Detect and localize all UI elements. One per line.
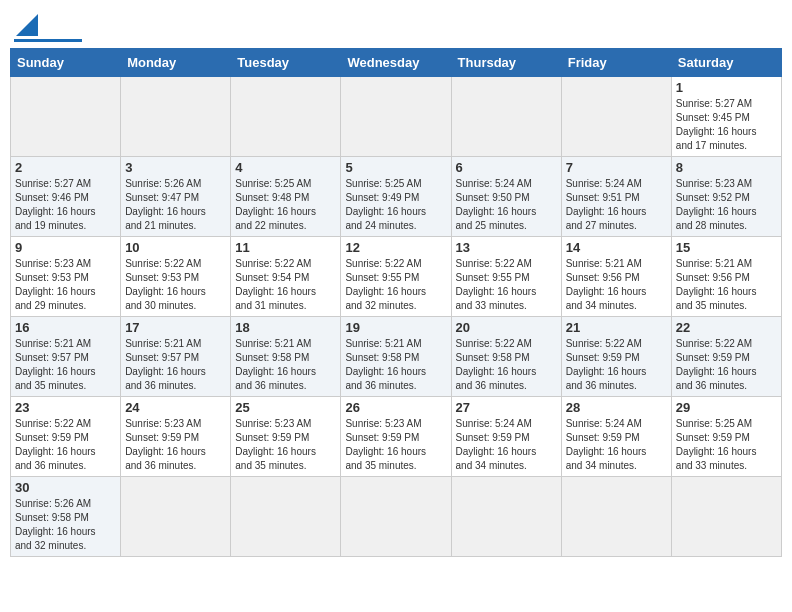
- day-number: 4: [235, 160, 336, 175]
- calendar-cell: [561, 77, 671, 157]
- calendar-cell: 22Sunrise: 5:22 AM Sunset: 9:59 PM Dayli…: [671, 317, 781, 397]
- day-number: 14: [566, 240, 667, 255]
- day-number: 18: [235, 320, 336, 335]
- day-info: Sunrise: 5:23 AM Sunset: 9:59 PM Dayligh…: [235, 417, 336, 473]
- calendar-cell: 23Sunrise: 5:22 AM Sunset: 9:59 PM Dayli…: [11, 397, 121, 477]
- calendar-cell: [341, 77, 451, 157]
- day-info: Sunrise: 5:21 AM Sunset: 9:56 PM Dayligh…: [676, 257, 777, 313]
- day-number: 3: [125, 160, 226, 175]
- day-number: 7: [566, 160, 667, 175]
- calendar-cell: 14Sunrise: 5:21 AM Sunset: 9:56 PM Dayli…: [561, 237, 671, 317]
- day-info: Sunrise: 5:24 AM Sunset: 9:51 PM Dayligh…: [566, 177, 667, 233]
- calendar-cell: 20Sunrise: 5:22 AM Sunset: 9:58 PM Dayli…: [451, 317, 561, 397]
- weekday-header-sunday: Sunday: [11, 49, 121, 77]
- day-info: Sunrise: 5:26 AM Sunset: 9:47 PM Dayligh…: [125, 177, 226, 233]
- day-info: Sunrise: 5:25 AM Sunset: 9:49 PM Dayligh…: [345, 177, 446, 233]
- logo: [14, 14, 82, 42]
- day-number: 10: [125, 240, 226, 255]
- day-info: Sunrise: 5:23 AM Sunset: 9:53 PM Dayligh…: [15, 257, 116, 313]
- day-number: 24: [125, 400, 226, 415]
- calendar-cell: 7Sunrise: 5:24 AM Sunset: 9:51 PM Daylig…: [561, 157, 671, 237]
- logo-underline: [14, 39, 82, 42]
- calendar-week-row: 16Sunrise: 5:21 AM Sunset: 9:57 PM Dayli…: [11, 317, 782, 397]
- day-number: 26: [345, 400, 446, 415]
- day-number: 16: [15, 320, 116, 335]
- day-info: Sunrise: 5:27 AM Sunset: 9:46 PM Dayligh…: [15, 177, 116, 233]
- day-info: Sunrise: 5:21 AM Sunset: 9:56 PM Dayligh…: [566, 257, 667, 313]
- day-info: Sunrise: 5:22 AM Sunset: 9:59 PM Dayligh…: [15, 417, 116, 473]
- day-info: Sunrise: 5:21 AM Sunset: 9:58 PM Dayligh…: [345, 337, 446, 393]
- calendar-cell: [231, 77, 341, 157]
- day-info: Sunrise: 5:22 AM Sunset: 9:59 PM Dayligh…: [566, 337, 667, 393]
- calendar-cell: 19Sunrise: 5:21 AM Sunset: 9:58 PM Dayli…: [341, 317, 451, 397]
- day-info: Sunrise: 5:25 AM Sunset: 9:59 PM Dayligh…: [676, 417, 777, 473]
- day-number: 29: [676, 400, 777, 415]
- calendar-cell: 16Sunrise: 5:21 AM Sunset: 9:57 PM Dayli…: [11, 317, 121, 397]
- day-number: 15: [676, 240, 777, 255]
- calendar-cell: [451, 77, 561, 157]
- day-number: 22: [676, 320, 777, 335]
- weekday-header-friday: Friday: [561, 49, 671, 77]
- calendar-cell: 15Sunrise: 5:21 AM Sunset: 9:56 PM Dayli…: [671, 237, 781, 317]
- day-info: Sunrise: 5:21 AM Sunset: 9:57 PM Dayligh…: [125, 337, 226, 393]
- day-number: 2: [15, 160, 116, 175]
- day-info: Sunrise: 5:24 AM Sunset: 9:50 PM Dayligh…: [456, 177, 557, 233]
- day-info: Sunrise: 5:22 AM Sunset: 9:55 PM Dayligh…: [345, 257, 446, 313]
- day-info: Sunrise: 5:22 AM Sunset: 9:54 PM Dayligh…: [235, 257, 336, 313]
- day-number: 25: [235, 400, 336, 415]
- day-number: 21: [566, 320, 667, 335]
- day-number: 19: [345, 320, 446, 335]
- calendar-cell: 17Sunrise: 5:21 AM Sunset: 9:57 PM Dayli…: [121, 317, 231, 397]
- day-number: 1: [676, 80, 777, 95]
- day-number: 11: [235, 240, 336, 255]
- calendar-cell: 25Sunrise: 5:23 AM Sunset: 9:59 PM Dayli…: [231, 397, 341, 477]
- calendar-cell: 12Sunrise: 5:22 AM Sunset: 9:55 PM Dayli…: [341, 237, 451, 317]
- calendar-cell: 30Sunrise: 5:26 AM Sunset: 9:58 PM Dayli…: [11, 477, 121, 557]
- calendar-cell: 9Sunrise: 5:23 AM Sunset: 9:53 PM Daylig…: [11, 237, 121, 317]
- calendar-week-row: 30Sunrise: 5:26 AM Sunset: 9:58 PM Dayli…: [11, 477, 782, 557]
- calendar-cell: 29Sunrise: 5:25 AM Sunset: 9:59 PM Dayli…: [671, 397, 781, 477]
- calendar-cell: 13Sunrise: 5:22 AM Sunset: 9:55 PM Dayli…: [451, 237, 561, 317]
- day-info: Sunrise: 5:23 AM Sunset: 9:59 PM Dayligh…: [345, 417, 446, 473]
- calendar-cell: [671, 477, 781, 557]
- calendar-cell: 4Sunrise: 5:25 AM Sunset: 9:48 PM Daylig…: [231, 157, 341, 237]
- weekday-header-row: SundayMondayTuesdayWednesdayThursdayFrid…: [11, 49, 782, 77]
- calendar-week-row: 2Sunrise: 5:27 AM Sunset: 9:46 PM Daylig…: [11, 157, 782, 237]
- weekday-header-saturday: Saturday: [671, 49, 781, 77]
- logo-triangle-icon: [16, 14, 38, 36]
- calendar-week-row: 9Sunrise: 5:23 AM Sunset: 9:53 PM Daylig…: [11, 237, 782, 317]
- weekday-header-wednesday: Wednesday: [341, 49, 451, 77]
- day-number: 23: [15, 400, 116, 415]
- weekday-header-tuesday: Tuesday: [231, 49, 341, 77]
- weekday-header-thursday: Thursday: [451, 49, 561, 77]
- day-info: Sunrise: 5:21 AM Sunset: 9:58 PM Dayligh…: [235, 337, 336, 393]
- calendar-cell: 27Sunrise: 5:24 AM Sunset: 9:59 PM Dayli…: [451, 397, 561, 477]
- calendar-cell: 21Sunrise: 5:22 AM Sunset: 9:59 PM Dayli…: [561, 317, 671, 397]
- calendar-cell: 26Sunrise: 5:23 AM Sunset: 9:59 PM Dayli…: [341, 397, 451, 477]
- day-number: 28: [566, 400, 667, 415]
- day-number: 13: [456, 240, 557, 255]
- day-number: 8: [676, 160, 777, 175]
- calendar-table: SundayMondayTuesdayWednesdayThursdayFrid…: [10, 48, 782, 557]
- day-number: 30: [15, 480, 116, 495]
- calendar-cell: [341, 477, 451, 557]
- calendar-cell: [451, 477, 561, 557]
- day-info: Sunrise: 5:24 AM Sunset: 9:59 PM Dayligh…: [566, 417, 667, 473]
- calendar-cell: 18Sunrise: 5:21 AM Sunset: 9:58 PM Dayli…: [231, 317, 341, 397]
- day-info: Sunrise: 5:22 AM Sunset: 9:53 PM Dayligh…: [125, 257, 226, 313]
- calendar-cell: [11, 77, 121, 157]
- calendar-cell: 5Sunrise: 5:25 AM Sunset: 9:49 PM Daylig…: [341, 157, 451, 237]
- calendar-cell: 2Sunrise: 5:27 AM Sunset: 9:46 PM Daylig…: [11, 157, 121, 237]
- calendar-cell: [121, 77, 231, 157]
- calendar-cell: [561, 477, 671, 557]
- day-number: 5: [345, 160, 446, 175]
- calendar-cell: 28Sunrise: 5:24 AM Sunset: 9:59 PM Dayli…: [561, 397, 671, 477]
- calendar-cell: 24Sunrise: 5:23 AM Sunset: 9:59 PM Dayli…: [121, 397, 231, 477]
- calendar-cell: [231, 477, 341, 557]
- day-info: Sunrise: 5:26 AM Sunset: 9:58 PM Dayligh…: [15, 497, 116, 553]
- day-number: 27: [456, 400, 557, 415]
- calendar-cell: 6Sunrise: 5:24 AM Sunset: 9:50 PM Daylig…: [451, 157, 561, 237]
- day-info: Sunrise: 5:22 AM Sunset: 9:55 PM Dayligh…: [456, 257, 557, 313]
- day-info: Sunrise: 5:27 AM Sunset: 9:45 PM Dayligh…: [676, 97, 777, 153]
- calendar-cell: 8Sunrise: 5:23 AM Sunset: 9:52 PM Daylig…: [671, 157, 781, 237]
